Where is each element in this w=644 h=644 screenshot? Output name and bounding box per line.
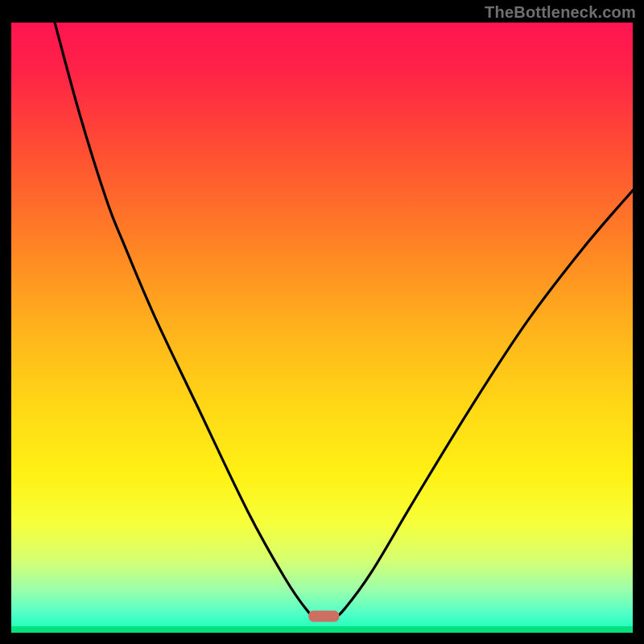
- chart-svg: [0, 0, 644, 644]
- chart-container: TheBottleneck.com: [0, 0, 644, 644]
- baseline-strip: [11, 626, 633, 633]
- watermark-text: TheBottleneck.com: [485, 3, 636, 22]
- chart-background: [11, 23, 633, 633]
- optimal-marker: [308, 611, 339, 622]
